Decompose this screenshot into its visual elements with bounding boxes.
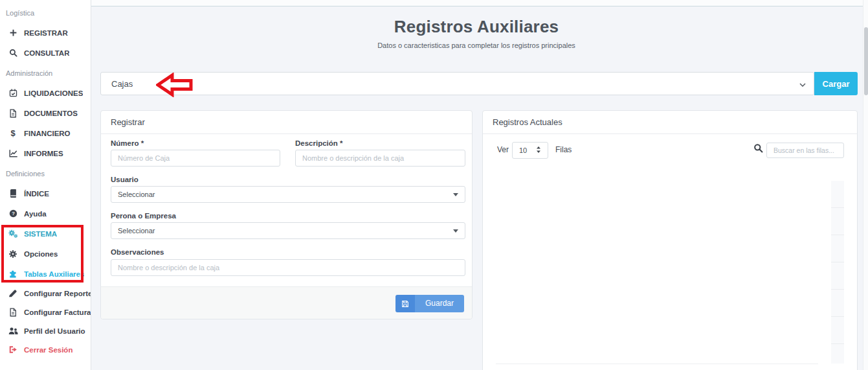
sidebar-item-consultar[interactable]: CONSULTAR bbox=[0, 43, 91, 63]
caret-down-icon bbox=[453, 193, 458, 196]
svg-text:?: ? bbox=[12, 211, 15, 216]
sidebar-item-perfil-usuario[interactable]: Perfil del Usuario bbox=[0, 321, 91, 340]
sidebar-item-label: LIQUIDACIONES bbox=[24, 89, 83, 97]
sidebar-item-opciones[interactable]: Opciones bbox=[0, 244, 91, 264]
guardar-button-label: Guardar bbox=[415, 295, 464, 312]
caret-down-icon bbox=[453, 229, 458, 233]
sidebar-item-label: INFORMES bbox=[24, 150, 63, 157]
book-icon bbox=[8, 189, 18, 198]
sidebar-item-sistema[interactable]: SISTEMA bbox=[0, 224, 91, 244]
filas-label: Filas bbox=[555, 145, 572, 154]
sidebar-item-label: Cerrar Sesión bbox=[24, 346, 72, 354]
sidebar-item-documentos[interactable]: DOCUMENTOS bbox=[0, 103, 91, 123]
sidebar-item-configurar-factura[interactable]: Configurar Factura bbox=[0, 303, 91, 321]
main-content: Registros Auxiliares Datos o caracterist… bbox=[91, 0, 868, 370]
navbar-bottom-edge bbox=[91, 0, 868, 6]
persona-label: Perona o Empresa bbox=[111, 212, 176, 220]
register-form-card: Registrar Número * Descripción * Usuario… bbox=[100, 110, 473, 319]
table-bottom-border bbox=[496, 364, 818, 364]
usuario-select[interactable]: Seleccionar bbox=[111, 186, 465, 203]
pen-icon bbox=[8, 290, 18, 297]
page-size-select[interactable]: 10 bbox=[512, 142, 548, 159]
sidebar: Logística REGISTRAR CONSULTAR Administra… bbox=[0, 0, 91, 370]
current-records-card: Registros Actuales Ver 10 Filas bbox=[482, 110, 858, 370]
page-scrollbar[interactable] bbox=[863, 0, 868, 370]
cargar-button[interactable]: Cargar bbox=[814, 72, 858, 95]
observaciones-label: Observaciones bbox=[111, 248, 164, 256]
question-circle-icon: ? bbox=[8, 209, 18, 218]
page-size-value: 10 bbox=[519, 146, 527, 154]
sidebar-item-liquidaciones[interactable]: LIQUIDACIONES bbox=[0, 83, 91, 103]
descripcion-label: Descripción * bbox=[295, 139, 343, 147]
sidebar-item-label: DOCUMENTOS bbox=[24, 110, 78, 117]
sidebar-item-label: Configurar Reportes bbox=[24, 290, 91, 297]
auxiliary-table-select-value: Cajas bbox=[111, 79, 133, 89]
numero-input[interactable] bbox=[111, 150, 280, 167]
sign-out-icon bbox=[8, 345, 18, 354]
chevron-down-icon bbox=[799, 79, 806, 89]
file-icon bbox=[8, 109, 18, 118]
gear-icon bbox=[8, 249, 18, 259]
scrollbar-thumb[interactable] bbox=[864, 27, 868, 95]
plus-icon bbox=[8, 29, 18, 37]
cogs-icon bbox=[8, 229, 18, 238]
sidebar-item-label: SISTEMA bbox=[24, 230, 57, 238]
usuario-label: Usuario bbox=[111, 176, 139, 183]
sidebar-item-label: Tablas Auxiliares bbox=[24, 270, 84, 278]
sidebar-item-registrar[interactable]: REGISTRAR bbox=[0, 23, 91, 43]
sidebar-item-configurar-reportes[interactable]: Configurar Reportes bbox=[0, 284, 91, 303]
sidebar-section-administracion: Administración bbox=[0, 63, 91, 83]
form-card-title: Registrar bbox=[101, 111, 472, 134]
sidebar-section-definiciones: Definiciones bbox=[0, 163, 91, 183]
numero-label: Número * bbox=[111, 139, 144, 147]
persona-select-value: Seleccionar bbox=[118, 227, 155, 235]
sidebar-item-ayuda[interactable]: ? Ayuda bbox=[0, 203, 91, 224]
dollar-icon: $ bbox=[8, 129, 18, 137]
sidebar-item-label: ÍNDICE bbox=[24, 190, 49, 198]
calendar-check-icon bbox=[8, 89, 18, 97]
search-rows-input[interactable] bbox=[766, 143, 844, 158]
file-invoice-icon bbox=[8, 308, 18, 317]
guardar-button[interactable]: Guardar bbox=[395, 295, 464, 312]
sidebar-item-label: Ayuda bbox=[24, 210, 47, 218]
observaciones-input[interactable] bbox=[111, 259, 465, 276]
ver-label: Ver bbox=[497, 145, 509, 154]
sidebar-item-label: Configurar Factura bbox=[24, 308, 91, 316]
sidebar-item-label: CONSULTAR bbox=[24, 49, 69, 57]
sidebar-item-cerrar-sesion[interactable]: Cerrar Sesión bbox=[0, 340, 91, 359]
search-icon bbox=[753, 143, 763, 156]
form-card-footer: Guardar bbox=[101, 286, 472, 319]
table-scroll-strip[interactable] bbox=[831, 181, 844, 364]
page-title: Registros Auxiliares bbox=[91, 17, 862, 37]
app-window: Logística REGISTRAR CONSULTAR Administra… bbox=[0, 0, 868, 370]
sidebar-item-informes[interactable]: INFORMES bbox=[0, 143, 91, 163]
page-subtitle: Datos o caracteristicas para completar l… bbox=[91, 41, 862, 49]
sidebar-item-tablas-auxiliares[interactable]: Tablas Auxiliares bbox=[0, 264, 91, 284]
records-controls: Ver 10 Filas bbox=[483, 134, 857, 167]
save-icon bbox=[395, 295, 415, 312]
sidebar-item-label: Perfil del Usuario bbox=[24, 327, 85, 335]
users-icon bbox=[8, 327, 18, 335]
auxiliary-table-select[interactable]: Cajas bbox=[100, 72, 814, 95]
descripcion-input[interactable] bbox=[295, 150, 465, 167]
puzzle-icon bbox=[8, 270, 18, 279]
sidebar-section-logistica: Logística bbox=[0, 3, 91, 23]
sidebar-item-label: Opciones bbox=[24, 250, 58, 258]
persona-select[interactable]: Seleccionar bbox=[111, 222, 465, 239]
chart-line-icon bbox=[8, 149, 18, 157]
sidebar-item-indice[interactable]: ÍNDICE bbox=[0, 183, 91, 203]
sidebar-item-financiero[interactable]: $ FINANCIERO bbox=[0, 123, 91, 143]
records-card-title: Registros Actuales bbox=[483, 111, 857, 134]
updown-icon bbox=[536, 146, 541, 154]
sidebar-item-label: FINANCIERO bbox=[24, 130, 71, 137]
search-icon bbox=[8, 49, 18, 57]
sidebar-item-label: REGISTRAR bbox=[24, 29, 68, 37]
usuario-select-value: Seleccionar bbox=[118, 191, 155, 198]
